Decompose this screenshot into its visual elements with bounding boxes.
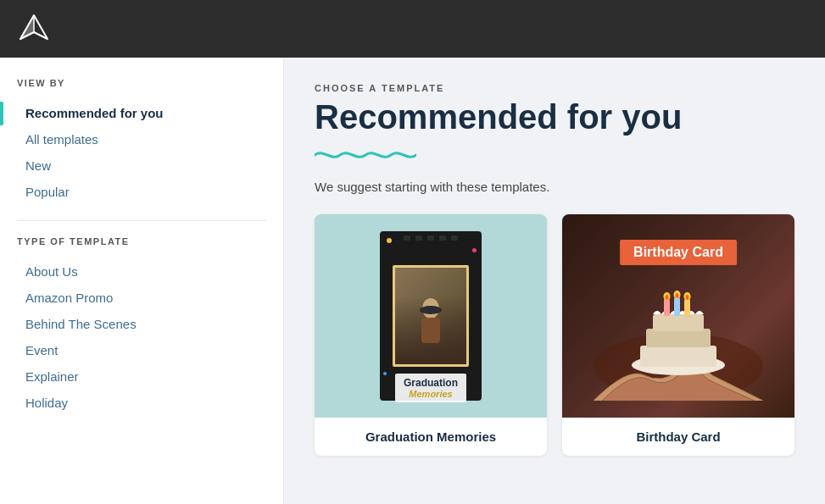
page-title: Recommended for you: [315, 98, 794, 136]
svg-rect-10: [664, 299, 670, 316]
grad-text-2: Memories: [404, 389, 458, 399]
sidebar-item-behind-scenes[interactable]: Behind The Scenes: [17, 311, 266, 337]
svg-point-16: [666, 295, 669, 300]
svg-marker-1: [20, 15, 34, 39]
birthday-overlay-text: Birthday Card: [620, 240, 737, 265]
sidebar-divider: [17, 220, 266, 221]
svg-rect-9: [653, 314, 704, 331]
svg-point-4: [420, 306, 442, 314]
sidebar-item-about-us[interactable]: About Us: [17, 258, 266, 285]
type-section: TYPE OF TEMPLATE About Us Amazon Promo B…: [17, 236, 266, 416]
svg-rect-3: [421, 318, 440, 343]
wave-decoration: [315, 146, 794, 164]
birthday-card-label: Birthday Card: [562, 418, 794, 456]
svg-rect-11: [674, 297, 680, 316]
sidebar-item-holiday[interactable]: Holiday: [17, 390, 266, 416]
sidebar: VIEW BY Recommended for you All template…: [0, 58, 284, 504]
sidebar-item-new[interactable]: New: [17, 152, 266, 179]
birthday-card-image: Birthday Card: [562, 214, 794, 418]
template-card-graduation[interactable]: Graduation Memories Graduation Memories: [315, 214, 547, 456]
graduation-card-label: Graduation Memories: [315, 418, 547, 456]
app-logo[interactable]: [17, 12, 51, 46]
type-of-template-label: TYPE OF TEMPLATE: [17, 236, 266, 246]
sidebar-item-amazon-promo[interactable]: Amazon Promo: [17, 285, 266, 311]
svg-point-17: [676, 293, 679, 298]
view-by-label: VIEW BY: [17, 78, 266, 88]
sidebar-item-recommended[interactable]: Recommended for you: [17, 100, 266, 126]
svg-rect-8: [646, 329, 711, 347]
sidebar-item-event[interactable]: Event: [17, 337, 266, 363]
choose-template-label: CHOOSE A TEMPLATE: [315, 83, 794, 93]
main-layout: VIEW BY Recommended for you All template…: [0, 58, 825, 504]
app-header: [0, 0, 825, 58]
grad-text-1: Graduation: [404, 377, 458, 389]
graduation-card-image: Graduation Memories: [315, 214, 547, 418]
subtitle: We suggest starting with these templates…: [315, 180, 794, 194]
template-cards-row: Graduation Memories Graduation Memories …: [315, 214, 794, 456]
sidebar-item-popular[interactable]: Popular: [17, 179, 266, 205]
svg-point-18: [686, 295, 689, 300]
sidebar-item-explainer[interactable]: Explainer: [17, 363, 266, 390]
main-content: CHOOSE A TEMPLATE Recommended for you We…: [284, 58, 825, 504]
view-by-items: Recommended for you All templates New Po…: [17, 100, 266, 205]
svg-rect-7: [640, 346, 716, 367]
svg-rect-12: [684, 299, 690, 316]
template-card-birthday[interactable]: Birthday Card: [562, 214, 794, 456]
sidebar-item-all-templates[interactable]: All templates: [17, 126, 266, 152]
